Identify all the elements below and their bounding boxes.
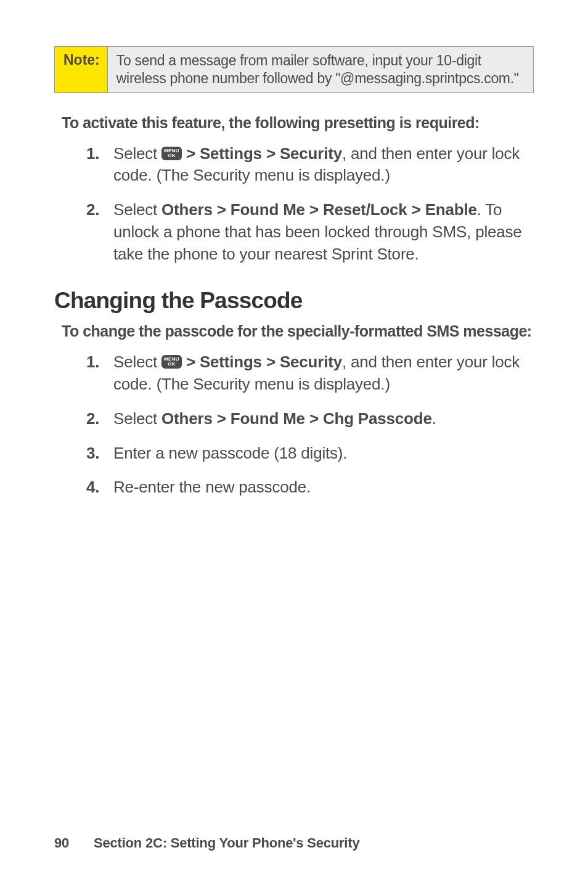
list-text-pre: Select bbox=[113, 353, 161, 371]
page-footer: 90 Section 2C: Setting Your Phone's Secu… bbox=[54, 835, 359, 851]
activate-list: 1. Select MENUOK > Settings > Security, … bbox=[86, 143, 534, 266]
list-number: 3. bbox=[86, 443, 99, 465]
list-bold: Others > Found Me > Reset/Lock > Enable bbox=[161, 200, 477, 219]
list-item: 3. Enter a new passcode (18 digits). bbox=[86, 443, 534, 465]
list-text-pre: Select bbox=[113, 144, 161, 163]
section-label: Section 2C: Setting Your Phone's Securit… bbox=[94, 835, 359, 851]
section-title: Changing the Passcode bbox=[54, 288, 534, 314]
list-text-pre: Select bbox=[113, 409, 161, 428]
list-bold: Others > Found Me > Chg Passcode bbox=[161, 409, 432, 428]
list-item: 2. Select Others > Found Me > Chg Passco… bbox=[86, 408, 534, 430]
menu-ok-icon: MENUOK bbox=[161, 147, 182, 160]
list-number: 4. bbox=[86, 476, 99, 499]
list-item: 1. Select MENUOK > Settings > Security, … bbox=[86, 143, 534, 187]
list-text-pre: Select bbox=[113, 200, 161, 219]
list-number: 2. bbox=[86, 199, 99, 221]
list-number: 2. bbox=[86, 408, 99, 430]
activate-heading: To activate this feature, the following … bbox=[62, 114, 534, 132]
page-number: 90 bbox=[54, 835, 69, 851]
list-text-post: . bbox=[432, 409, 436, 428]
list-bold: > Settings > Security bbox=[182, 353, 342, 371]
changing-heading: To change the passcode for the specially… bbox=[62, 322, 534, 340]
list-number: 1. bbox=[86, 351, 99, 374]
list-item: 4. Re-enter the new passcode. bbox=[86, 476, 534, 499]
note-body: To send a message from mailer software, … bbox=[108, 47, 533, 92]
list-item: 2. Select Others > Found Me > Reset/Lock… bbox=[86, 199, 534, 266]
list-text: Re-enter the new passcode. bbox=[113, 478, 311, 496]
menu-ok-icon: MENUOK bbox=[161, 355, 182, 369]
note-box: Note: To send a message from mailer soft… bbox=[54, 46, 534, 93]
changing-list: 1. Select MENUOK > Settings > Security, … bbox=[86, 351, 534, 499]
list-bold: > Settings > Security bbox=[182, 144, 342, 163]
list-item: 1. Select MENUOK > Settings > Security, … bbox=[86, 351, 534, 396]
list-text: Enter a new passcode (18 digits). bbox=[113, 444, 347, 462]
note-label: Note: bbox=[55, 47, 108, 92]
list-number: 1. bbox=[86, 143, 99, 165]
